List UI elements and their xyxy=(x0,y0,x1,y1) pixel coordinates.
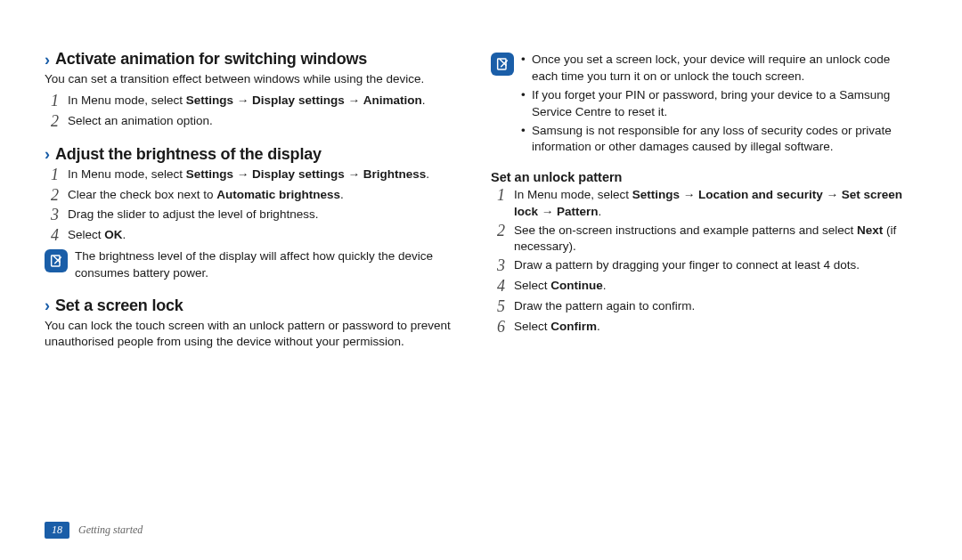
step-number: 2 xyxy=(491,223,505,240)
section-adjust-brightness: › Adjust the brightness of the display 1… xyxy=(45,145,471,282)
step-item: 4Select OK. xyxy=(45,227,471,245)
section-set-screen-lock: › Set a screen lock You can lock the tou… xyxy=(45,296,471,350)
step-item: 5Draw the pattern again to confirm. xyxy=(491,298,917,316)
step-number: 1 xyxy=(45,93,59,110)
step-text: Select an animation option. xyxy=(68,113,471,129)
step-number: 2 xyxy=(45,113,59,131)
section-heading: › Adjust the brightness of the display xyxy=(45,145,471,164)
step-list: 1In Menu mode, select Settings → Display… xyxy=(45,166,471,245)
chevron-right-icon: › xyxy=(45,52,50,68)
step-text: Clear the check box next to Automatic br… xyxy=(68,187,471,203)
left-column: › Activate animation for switching windo… xyxy=(45,50,471,542)
section-heading: › Set a screen lock xyxy=(45,296,471,315)
section-activate-animation: › Activate animation for switching windo… xyxy=(45,50,471,131)
step-text: Select Confirm. xyxy=(514,319,917,335)
step-item: 2See the on-screen instructions and exam… xyxy=(491,223,917,255)
section-heading: › Activate animation for switching windo… xyxy=(45,50,471,69)
step-text: Draw the pattern again to confirm. xyxy=(514,298,917,314)
step-text: Select OK. xyxy=(68,227,471,243)
step-text: Draw a pattern by dragging your finger t… xyxy=(514,257,917,273)
chevron-right-icon: › xyxy=(45,146,50,162)
step-text: In Menu mode, select Settings → Display … xyxy=(68,93,471,109)
page-footer: 18 Getting started xyxy=(45,522,143,539)
step-item: 6Select Confirm. xyxy=(491,319,917,337)
step-item: 2Clear the check box next to Automatic b… xyxy=(45,187,471,205)
step-number: 1 xyxy=(491,187,505,205)
section-title: Adjust the brightness of the display xyxy=(55,145,322,164)
section-title: Set a screen lock xyxy=(55,296,183,315)
step-text: Select Continue. xyxy=(514,278,917,294)
note-text: Once you set a screen lock, your device … xyxy=(521,52,917,158)
step-list: 1In Menu mode, select Settings → Locatio… xyxy=(491,187,917,336)
chevron-right-icon: › xyxy=(45,297,50,313)
step-text: In Menu mode, select Settings → Location… xyxy=(514,187,917,219)
step-number: 3 xyxy=(45,207,59,224)
footer-section-label: Getting started xyxy=(78,523,143,537)
note-list-item: If you forget your PIN or password, brin… xyxy=(521,87,917,121)
subsection-title: Set an unlock pattern xyxy=(491,170,917,184)
step-item: 1In Menu mode, select Settings → Display… xyxy=(45,166,471,184)
note-icon xyxy=(491,53,514,76)
step-number: 4 xyxy=(491,278,505,296)
note-list-item: Samsung is not responsible for any loss … xyxy=(521,123,917,157)
note-icon xyxy=(45,249,68,272)
note-list: Once you set a screen lock, your device … xyxy=(521,52,917,156)
note-block: Once you set a screen lock, your device … xyxy=(491,52,917,158)
step-number: 1 xyxy=(45,166,59,184)
section-title: Activate animation for switching windows xyxy=(55,50,367,69)
step-item: 1In Menu mode, select Settings → Display… xyxy=(45,93,471,110)
step-list: 1In Menu mode, select Settings → Display… xyxy=(45,93,471,131)
note-block: The brightness level of the display will… xyxy=(45,248,471,282)
section-description: You can lock the touch screen with an un… xyxy=(45,318,471,350)
step-item: 3Draw a pattern by dragging your finger … xyxy=(491,257,917,275)
section-description: You can set a transition effect between … xyxy=(45,71,471,87)
step-item: 1In Menu mode, select Settings → Locatio… xyxy=(491,187,917,219)
step-item: 4Select Continue. xyxy=(491,278,917,296)
step-number: 3 xyxy=(491,257,505,275)
subsection-unlock-pattern: Set an unlock pattern 1In Menu mode, sel… xyxy=(491,170,917,336)
step-number: 6 xyxy=(491,319,505,337)
step-text: In Menu mode, select Settings → Display … xyxy=(68,166,471,183)
right-column: Once you set a screen lock, your device … xyxy=(491,50,917,542)
step-item: 2Select an animation option. xyxy=(45,113,471,131)
step-number: 4 xyxy=(45,227,59,245)
note-text: The brightness level of the display will… xyxy=(75,248,471,282)
page-number: 18 xyxy=(45,522,69,539)
step-text: See the on-screen instructions and examp… xyxy=(514,223,917,255)
step-item: 3Drag the slider to adjust the level of … xyxy=(45,207,471,224)
manual-page: › Activate animation for switching windo… xyxy=(0,0,962,560)
step-number: 2 xyxy=(45,187,59,205)
step-number: 5 xyxy=(491,298,505,316)
step-text: Drag the slider to adjust the level of b… xyxy=(68,207,471,223)
note-list-item: Once you set a screen lock, your device … xyxy=(521,52,917,85)
